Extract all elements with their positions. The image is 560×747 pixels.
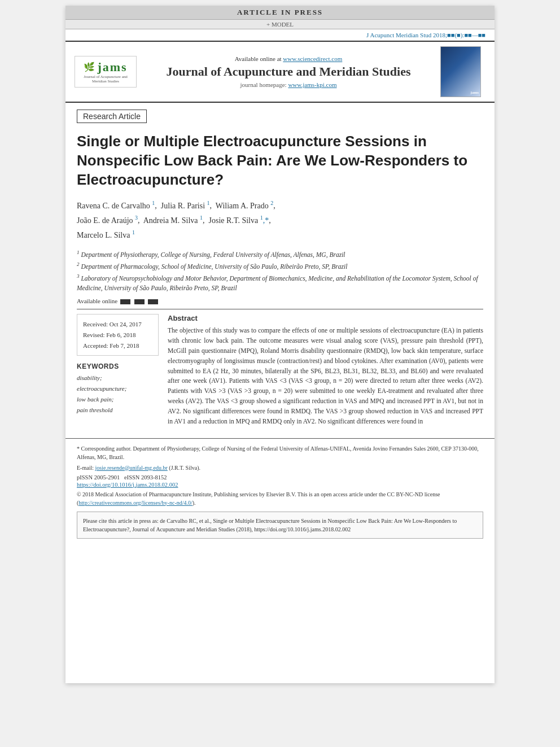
affil-2: 2 Department of Pharmacology, School of … [77, 261, 483, 272]
affiliations: 1 Department of Physiotherapy, College o… [77, 249, 483, 293]
journal-homepage: journal homepage: www.jams-kpi.com [143, 81, 434, 88]
abstract-text: The objective of this study was to compa… [168, 326, 483, 426]
keyword-3: low back pain; [77, 394, 159, 405]
copyright-text: © 2018 Medical Association of Pharmacupu… [77, 490, 483, 507]
page: ARTICLE IN PRESS + MODEL J Acupunct Meri… [65, 6, 495, 683]
citation-box: Please cite this article in press as: de… [77, 512, 483, 539]
cc-link[interactable]: http://creativecommons.org/licenses/by-n… [78, 500, 192, 506]
email-note: E-mail: josie.resende@unifal-mg.edu.br (… [77, 464, 483, 472]
logo-area: 🌿 jams Journal of Acupuncture and Meridi… [75, 56, 137, 88]
footer-area: * Corresponding author. Department of Ph… [65, 438, 495, 544]
journal-header: 🌿 jams Journal of Acupuncture and Meridi… [65, 41, 495, 103]
keyword-2: electroacupuncture; [77, 383, 159, 394]
journal-title: Journal of Acupuncture and Meridian Stud… [143, 64, 434, 79]
cover-image: jams [440, 46, 481, 97]
right-column: Abstract The objective of this study was… [168, 314, 483, 426]
sciencedirect-link[interactable]: www.sciencedirect.com [283, 55, 342, 62]
citation-text: J Acupunct Meridian Stud 2018;■■(■):■■—■… [366, 32, 485, 38]
logo-text: jams [97, 60, 127, 75]
cover-image-label: jams [471, 90, 479, 95]
affil-1: 1 Department of Physiotherapy, College o… [77, 249, 483, 260]
corresponding-author-note: * Corresponding author. Department of Ph… [77, 444, 483, 461]
keywords-section: KEYWORDS disability; electroacupuncture;… [77, 362, 159, 415]
abstract-section: Abstract The objective of this study was… [168, 314, 483, 426]
leaf-icon: 🌿 [84, 62, 95, 72]
available-online-date: Available online [77, 298, 483, 304]
plus-model-text: + MODEL [266, 21, 294, 28]
affil-3: 3 Laboratory of Neuropsychobiology and M… [77, 273, 483, 293]
plus-model-bar: + MODEL [65, 20, 495, 29]
article-in-press-banner: ARTICLE IN PRESS [65, 6, 495, 20]
article-title: Single or Multiple Electroacupuncture Se… [77, 132, 483, 189]
homepage-link[interactable]: www.jams-kpi.com [288, 81, 336, 88]
keyword-1: disability; [77, 373, 159, 383]
left-column: Received: Oct 24, 2017 Revised: Feb 6, 2… [77, 314, 159, 426]
keywords-title: KEYWORDS [77, 362, 159, 370]
logo-box: 🌿 jams Journal of Acupuncture and Meridi… [75, 56, 137, 88]
dates-box: Received: Oct 24, 2017 Revised: Feb 6, 2… [77, 314, 159, 356]
journal-citation: J Acupunct Meridian Stud 2018;■■(■):■■—■… [65, 29, 495, 41]
issn-line: pISSN 2005-2901 eISSN 2093-8152 [77, 474, 483, 480]
received-date: Received: Oct 24, 2017 [83, 319, 152, 330]
redacted-date [119, 298, 160, 304]
accepted-date: Accepted: Feb 7, 2018 [83, 340, 152, 351]
doi-link[interactable]: https://doi.org/10.1016/j.jams.2018.02.0… [77, 482, 483, 488]
two-col-section: Received: Oct 24, 2017 Revised: Feb 6, 2… [77, 314, 483, 426]
banner-text: ARTICLE IN PRESS [237, 8, 323, 16]
keyword-4: pain threshold [77, 405, 159, 416]
email-link[interactable]: josie.resende@unifal-mg.edu.br [95, 465, 168, 471]
section-divider [77, 309, 483, 309]
revised-date: Revised: Feb 6, 2018 [83, 330, 152, 340]
header-right: jams [440, 46, 485, 97]
article-type-badge: Research Article [77, 110, 147, 123]
main-content: Research Article Single or Multiple Elec… [65, 103, 495, 434]
available-online: Available online at www.sciencedirect.co… [143, 55, 434, 62]
logo-subtitle: Journal of Acupuncture and Meridian Stud… [78, 75, 133, 84]
authors-list: Ravena C. de Carvalho 1, Julia R. Parisi… [77, 198, 483, 242]
header-center: Available online at www.sciencedirect.co… [143, 55, 434, 88]
abstract-title: Abstract [168, 314, 483, 322]
keywords-list: disability; electroacupuncture; low back… [77, 373, 159, 415]
